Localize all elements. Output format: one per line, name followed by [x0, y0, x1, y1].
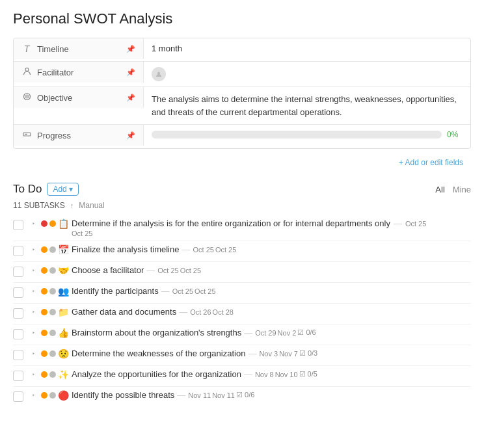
task-content: Identify the possible threats—Nov 11Nov …	[72, 390, 471, 400]
expand-icon[interactable]: ‣	[29, 370, 38, 379]
task-content: Determine the weaknesses of the organiza…	[72, 349, 471, 358]
add-edit-fields-btn[interactable]: + Add or edit fields	[13, 154, 471, 171]
task-emoji: 📁	[58, 307, 69, 317]
fields-table: T Timeline 📌 1 month Facilitator 📌	[13, 38, 471, 149]
task-row: ‣📁Gather data and documents—Oct 26Oct 28	[13, 304, 471, 324]
task-status-dot	[41, 330, 47, 336]
filter-all[interactable]: All	[435, 185, 444, 194]
expand-icon[interactable]: ‣	[29, 349, 38, 358]
task-checkbox[interactable]	[13, 267, 23, 277]
facilitator-avatar	[152, 67, 166, 81]
task-date: Oct 25	[405, 220, 426, 228]
task-checklist: ☑ 0/5	[299, 370, 317, 378]
task-date: Nov 7	[279, 350, 298, 358]
progress-bar-background	[152, 131, 442, 138]
task-content: Choose a facilitator—Oct 25Oct 25	[72, 265, 471, 275]
task-name[interactable]: Analyze the opportunities for the organi…	[72, 369, 241, 379]
expand-icon[interactable]: ‣	[29, 219, 38, 228]
sort-label[interactable]: Manual	[79, 201, 104, 210]
expand-icon[interactable]: ‣	[29, 245, 38, 254]
task-icons-group: ‣😟	[29, 349, 69, 359]
task-date: Oct 25	[157, 267, 178, 274]
task-name[interactable]: Choose a facilitator	[72, 265, 144, 275]
task-checkbox[interactable]	[13, 287, 23, 298]
task-row: ‣👍Brainstorm about the organization's st…	[13, 324, 471, 345]
facilitator-pin: 📌	[126, 68, 135, 77]
task-date: Oct 25	[215, 246, 236, 254]
facilitator-label: Facilitator	[37, 68, 74, 77]
task-checkbox[interactable]	[13, 308, 23, 319]
task-icons-group: ‣🔴	[29, 390, 69, 401]
task-name-wrapper: Determine if the analysis is for the ent…	[72, 218, 471, 237]
task-date: Oct 29	[255, 329, 276, 337]
svg-point-4	[26, 96, 27, 98]
task-name[interactable]: Identify the possible threats	[72, 390, 174, 400]
task-status-dot	[41, 350, 47, 357]
task-content: Finalize the analysis timeline—Oct 25Oct…	[72, 244, 471, 254]
task-name[interactable]: Determine the weaknesses of the organiza…	[72, 349, 245, 358]
task-name[interactable]: Identify the participants	[72, 286, 159, 296]
task-date: Oct 25	[172, 287, 193, 295]
timeline-row: T Timeline 📌 1 month	[14, 38, 470, 62]
task-name[interactable]: Determine if the analysis is for the ent…	[72, 218, 390, 228]
timeline-value-cell[interactable]: 1 month	[144, 38, 470, 59]
task-status-dot	[41, 220, 47, 227]
expand-icon[interactable]: ‣	[29, 287, 38, 296]
task-checkbox[interactable]	[13, 246, 23, 256]
task-icons-group: ‣👥	[29, 286, 69, 296]
filter-mine[interactable]: Mine	[453, 185, 471, 194]
objective-value-cell[interactable]: The analysis aims to determine the inter…	[144, 87, 470, 124]
task-list: ‣📋Determine if the analysis is for the e…	[13, 215, 471, 408]
expand-icon[interactable]: ‣	[29, 266, 38, 275]
facilitator-value-cell[interactable]	[144, 62, 470, 86]
task-checkbox[interactable]	[13, 220, 23, 230]
task-row: ‣📋Determine if the analysis is for the e…	[13, 215, 471, 241]
task-date: Nov 2	[278, 329, 297, 337]
task-row: ‣📅Finalize the analysis timeline—Oct 25O…	[13, 241, 471, 262]
task-date: Oct 25	[180, 267, 201, 274]
sort-icon: ↑	[70, 202, 74, 209]
add-button[interactable]: Add ▾	[47, 183, 78, 196]
task-checkbox[interactable]	[13, 371, 23, 381]
task-icons-group: ‣✨	[29, 369, 69, 380]
facilitator-label-cell: Facilitator 📌	[14, 62, 144, 83]
timeline-label: Timeline	[37, 44, 69, 54]
task-second-line: Oct 25	[72, 230, 471, 237]
task-status-dot	[41, 392, 47, 399]
facilitator-row: Facilitator 📌	[14, 62, 470, 87]
task-date: Oct 26	[190, 308, 211, 316]
task-icons-group: ‣👍	[29, 328, 69, 338]
task-checkbox[interactable]	[13, 329, 23, 339]
task-status-dot	[41, 267, 47, 274]
progress-value-cell[interactable]: 0%	[144, 125, 470, 144]
task-date: Oct 28	[213, 308, 234, 316]
progress-icon	[21, 130, 32, 140]
task-checkbox[interactable]	[13, 391, 23, 402]
progress-label: Progress	[37, 131, 71, 140]
task-row: ‣🤝Choose a facilitator—Oct 25Oct 25	[13, 262, 471, 283]
timeline-icon: T	[21, 44, 32, 54]
task-date: Nov 3	[259, 350, 278, 358]
task-name[interactable]: Finalize the analysis timeline	[72, 244, 179, 254]
task-name[interactable]: Brainstorm about the organization's stre…	[72, 328, 241, 337]
task-emoji: 📋	[58, 218, 69, 229]
progress-row: Progress 📌 0%	[14, 125, 470, 148]
task-status-dot	[41, 246, 47, 253]
task-content: Brainstorm about the organization's stre…	[72, 328, 471, 337]
subtasks-count: 11 SUBTASKS	[13, 201, 65, 210]
subtasks-meta: 11 SUBTASKS ↑ Manual	[13, 201, 471, 210]
task-icons-group: ‣🤝	[29, 265, 69, 276]
facilitator-icon	[21, 67, 32, 77]
expand-icon[interactable]: ‣	[29, 391, 38, 400]
todo-title: To Do	[13, 183, 42, 196]
task-checkbox[interactable]	[13, 350, 23, 360]
objective-row: Objective 📌 The analysis aims to determi…	[14, 87, 470, 125]
task-date: Nov 11	[212, 391, 235, 399]
task-name[interactable]: Gather data and documents	[72, 307, 176, 317]
expand-icon[interactable]: ‣	[29, 308, 38, 317]
todo-header: To Do Add ▾ All Mine	[13, 183, 471, 196]
objective-icon	[21, 92, 32, 103]
task-priority-dot	[49, 330, 56, 336]
expand-icon[interactable]: ‣	[29, 328, 38, 337]
task-date: Oct 25	[195, 287, 215, 295]
